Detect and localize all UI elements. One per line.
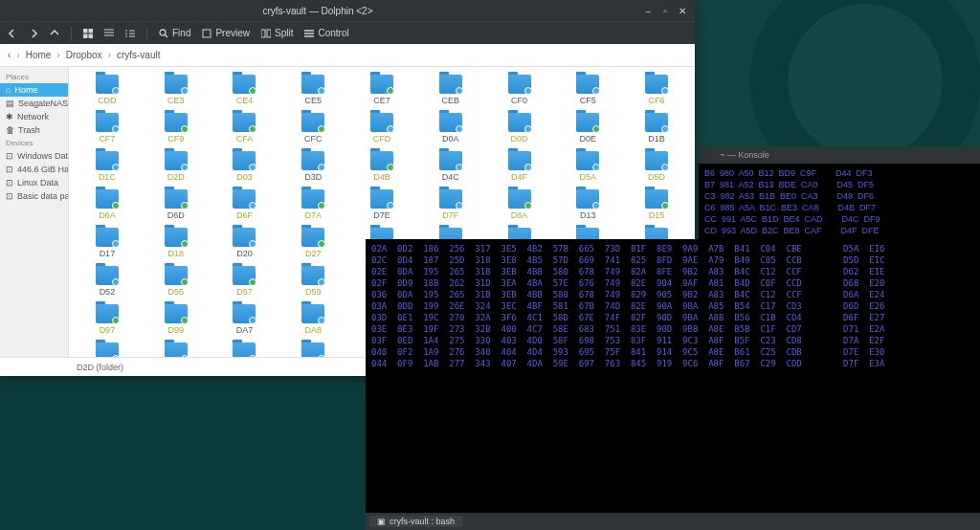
- folder-item[interactable]: CF9: [142, 111, 211, 145]
- minimize-button[interactable]: –: [643, 6, 653, 16]
- folder-item[interactable]: DB6: [142, 341, 211, 357]
- folder-item[interactable]: D0D: [485, 111, 554, 145]
- icons-view-button[interactable]: [83, 29, 93, 38]
- folder-item[interactable]: D18: [142, 226, 211, 260]
- folder-item[interactable]: CF0: [485, 73, 554, 107]
- sync-badge-icon: [112, 202, 120, 210]
- compact-view-button[interactable]: [104, 29, 114, 38]
- breadcrumb-sep: ›: [16, 50, 19, 60]
- terminal-main[interactable]: 02A 0D2 186 256 317 3E5 4B2 57B 665 73D …: [366, 239, 980, 513]
- folder-item[interactable]: D15: [622, 188, 691, 222]
- folder-item[interactable]: D6F: [211, 188, 279, 222]
- folder-item[interactable]: D13: [553, 188, 622, 222]
- sidebar-item-linux[interactable]: ⊡Linux Data: [0, 176, 68, 189]
- titlebar[interactable]: cryfs-vault — Dolphin <2> – ▫ ✕: [0, 0, 695, 21]
- folder-item[interactable]: CE3: [142, 73, 211, 107]
- folder-item[interactable]: D4B: [347, 149, 416, 184]
- folder-icon: [233, 228, 256, 247]
- sidebar-item-seagate[interactable]: ▤SeagateNAS: [0, 97, 68, 110]
- taskbar-entry[interactable]: ▣ cryfs-vault : bash: [369, 516, 462, 527]
- folder-item[interactable]: D17: [73, 226, 142, 260]
- folder-item[interactable]: CDD: [73, 73, 142, 107]
- folder-item[interactable]: D2D: [142, 149, 211, 184]
- sync-badge-icon: [249, 278, 256, 286]
- folder-icon: [96, 266, 119, 285]
- sidebar-item-home[interactable]: ⌂Home: [0, 83, 68, 97]
- close-button[interactable]: ✕: [678, 6, 687, 16]
- folder-item[interactable]: CF7: [73, 111, 142, 145]
- control-button[interactable]: Control: [304, 28, 348, 38]
- folder-label: CE5: [304, 96, 322, 105]
- folder-item[interactable]: D59: [278, 264, 347, 298]
- sidebar-item-trash[interactable]: 🗑Trash: [0, 123, 68, 137]
- folder-label: D3D: [304, 172, 322, 182]
- folder-item[interactable]: CFC: [278, 111, 347, 145]
- folder-item[interactable]: D20: [211, 226, 279, 260]
- folder-item[interactable]: D6D: [142, 188, 211, 222]
- split-button[interactable]: Split: [261, 28, 293, 38]
- breadcrumb-dropbox[interactable]: Dropbox: [66, 50, 102, 60]
- forward-button[interactable]: [29, 29, 38, 38]
- folder-item[interactable]: D97: [73, 302, 142, 337]
- pending-badge-icon: [112, 164, 120, 171]
- folder-item[interactable]: D8A: [485, 188, 554, 222]
- details-view-button[interactable]: [125, 29, 135, 38]
- sidebar-item-network[interactable]: ✱Network: [0, 110, 68, 123]
- folder-item[interactable]: D1C: [73, 149, 142, 184]
- folder-label: D13: [580, 210, 596, 220]
- sync-badge-icon: [181, 240, 189, 248]
- folder-item[interactable]: CF6: [622, 73, 691, 107]
- folder-icon: [165, 304, 188, 323]
- folder-item[interactable]: CEB: [416, 73, 485, 107]
- folder-label: CEB: [442, 96, 460, 105]
- folder-item[interactable]: D7A: [278, 188, 347, 222]
- sidebar-item-windows[interactable]: ⊡Windows Data: [0, 149, 68, 163]
- folder-item[interactable]: D7E: [347, 188, 416, 222]
- sidebar-item-hdd[interactable]: ⊡446.6 GiB Hard Drive: [0, 163, 68, 176]
- folder-item[interactable]: DA7: [211, 302, 279, 337]
- sidebar-item-basic[interactable]: ⊡Basic data partition: [0, 189, 68, 203]
- nas-icon: ▤: [6, 99, 14, 108]
- folder-item[interactable]: CE5: [278, 73, 347, 107]
- folder-item[interactable]: D52: [73, 264, 142, 298]
- folder-item[interactable]: D57: [211, 264, 279, 298]
- preview-button[interactable]: Preview: [202, 28, 250, 38]
- folder-item[interactable]: CFA: [211, 111, 279, 145]
- folder-item[interactable]: D0A: [416, 111, 485, 145]
- folder-icon: [301, 266, 324, 285]
- folder-item[interactable]: D03: [211, 149, 279, 184]
- folder-item[interactable]: D4C: [416, 149, 485, 184]
- folder-icon: [96, 342, 119, 357]
- maximize-button[interactable]: ▫: [660, 6, 670, 16]
- breadcrumb-current[interactable]: cryfs-vault: [117, 50, 161, 60]
- folder-item[interactable]: CE7: [347, 73, 416, 107]
- folder-item[interactable]: D4F: [485, 149, 554, 184]
- folder-item[interactable]: D3D: [278, 149, 347, 184]
- up-button[interactable]: [50, 29, 59, 38]
- folder-icon: [508, 75, 531, 94]
- pending-badge-icon: [456, 202, 463, 210]
- folder-item[interactable]: D1B: [622, 111, 691, 145]
- folder-label: D18: [167, 249, 184, 258]
- folder-item[interactable]: D6A: [73, 188, 142, 222]
- folder-item[interactable]: D7F: [416, 188, 485, 222]
- breadcrumb-back-icon[interactable]: ‹: [8, 50, 11, 60]
- folder-item[interactable]: CE4: [211, 73, 279, 107]
- folder-item[interactable]: CFD: [347, 111, 416, 145]
- folder-item[interactable]: DA8: [278, 302, 347, 337]
- back-button[interactable]: [8, 29, 17, 38]
- breadcrumb-home[interactable]: Home: [26, 50, 52, 60]
- folder-item[interactable]: DB3: [73, 341, 142, 357]
- find-button[interactable]: Find: [159, 28, 190, 38]
- sync-badge-icon: [524, 202, 532, 210]
- folder-item[interactable]: D99: [142, 302, 211, 337]
- folder-item[interactable]: D5D: [622, 149, 691, 184]
- folder-item[interactable]: DBD: [278, 341, 347, 357]
- folder-item[interactable]: D5A: [553, 149, 622, 184]
- folder-item[interactable]: DB9: [211, 341, 279, 357]
- folder-item[interactable]: D55: [142, 264, 211, 298]
- folder-item[interactable]: D27: [278, 226, 347, 260]
- folder-item[interactable]: CF5: [553, 73, 622, 107]
- folder-item[interactable]: D0E: [553, 111, 622, 145]
- folder-icon: [301, 342, 324, 357]
